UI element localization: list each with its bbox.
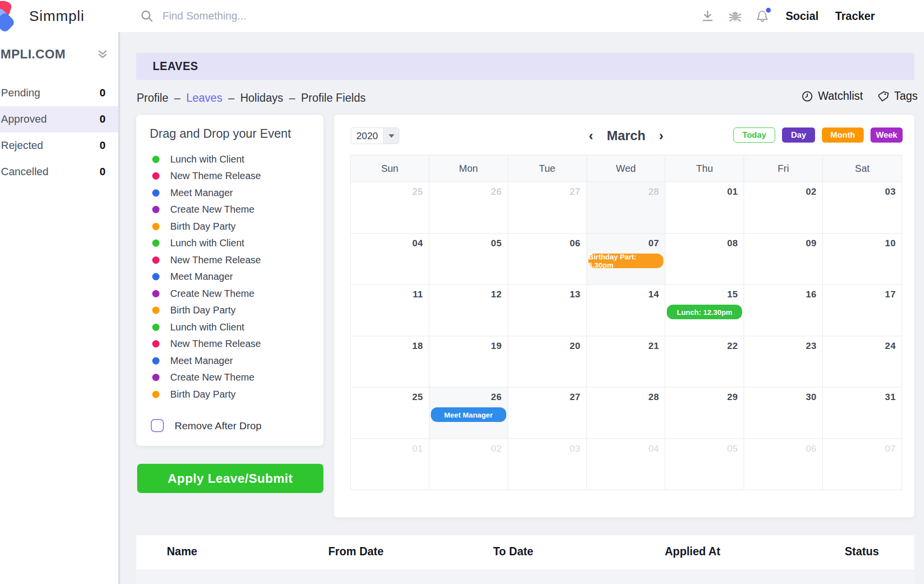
search-input[interactable] bbox=[162, 10, 323, 22]
sidebar-item-cancelled[interactable]: Cancelled0 bbox=[0, 159, 118, 185]
double-chevron-down-icon[interactable] bbox=[97, 49, 108, 60]
prev-month-button[interactable]: ‹ bbox=[589, 129, 593, 143]
day-number: 15 bbox=[727, 289, 738, 300]
sidebar-item-approved[interactable]: Approved0 bbox=[0, 106, 118, 132]
draggable-event[interactable]: Lunch with Client bbox=[152, 319, 314, 336]
day-number: 02 bbox=[806, 186, 817, 197]
year-select[interactable]: 2020 bbox=[351, 128, 399, 144]
event-panel: Drag and Drop your Event Lunch with Clie… bbox=[136, 115, 323, 446]
tags-button[interactable]: Tags bbox=[877, 90, 918, 103]
calendar-event[interactable]: Birthday Part: 5.30pm bbox=[588, 254, 664, 268]
breadcrumb-profile[interactable]: Profile bbox=[137, 91, 168, 105]
calendar-day-cell[interactable]: 03 bbox=[508, 438, 587, 490]
sidebar-item-pending[interactable]: Pending0 bbox=[0, 80, 118, 106]
event-label: New Theme Release bbox=[170, 255, 261, 266]
calendar-day-cell[interactable]: 05 bbox=[429, 233, 508, 285]
breadcrumb-profile-fields[interactable]: Profile Fields bbox=[301, 91, 366, 105]
calendar-day-cell[interactable]: 19 bbox=[429, 336, 508, 387]
draggable-event[interactable]: New Theme Release bbox=[152, 336, 314, 353]
sidebar-item-count: 0 bbox=[100, 139, 106, 152]
calendar-day-cell[interactable]: 01 bbox=[665, 182, 744, 233]
remove-after-drop-checkbox[interactable] bbox=[151, 419, 164, 432]
view-week-button[interactable]: Week bbox=[871, 128, 903, 143]
nav-tracker[interactable]: Tracker bbox=[835, 10, 875, 23]
view-month-button[interactable]: Month bbox=[822, 128, 864, 143]
calendar-day-cell[interactable]: 17 bbox=[823, 284, 902, 336]
calendar-day-cell[interactable]: 27 bbox=[508, 182, 587, 233]
calendar-day-cell[interactable]: 23 bbox=[744, 336, 823, 387]
calendar-day-cell[interactable]: 13 bbox=[508, 284, 587, 336]
top-header: Simmpli bbox=[0, 0, 924, 32]
calendar-day-cell[interactable]: 09 bbox=[744, 233, 823, 285]
calendar-day-cell[interactable]: 01 bbox=[351, 438, 429, 490]
calendar-day-cell[interactable]: 21 bbox=[587, 336, 666, 387]
breadcrumb-holidays[interactable]: Holidays bbox=[240, 91, 283, 105]
calendar-day-cell[interactable]: 05 bbox=[665, 438, 744, 490]
draggable-event[interactable]: New Theme Release bbox=[152, 168, 314, 185]
draggable-event[interactable]: Meet Manager bbox=[152, 269, 314, 286]
calendar-day-cell[interactable]: 06 bbox=[744, 438, 823, 490]
calendar-day-cell[interactable]: 25 bbox=[351, 387, 429, 438]
calendar-day-cell[interactable]: 29 bbox=[665, 387, 744, 438]
year-value: 2020 bbox=[351, 128, 383, 144]
calendar-day-cell[interactable]: 18 bbox=[351, 336, 429, 387]
calendar-day-cell[interactable]: 28 bbox=[587, 387, 666, 438]
bug-icon[interactable] bbox=[728, 9, 742, 23]
calendar-day-cell[interactable]: 03 bbox=[823, 182, 902, 233]
day-number: 07 bbox=[648, 238, 659, 249]
view-today-button[interactable]: Today bbox=[733, 128, 775, 143]
apply-leave-submit-button[interactable]: Apply Leave/Submit bbox=[137, 464, 323, 493]
day-number: 10 bbox=[885, 238, 896, 249]
draggable-event[interactable]: Create New Theme bbox=[152, 285, 314, 302]
calendar-day-cell[interactable]: 20 bbox=[508, 336, 587, 387]
calendar-day-cell[interactable]: 11 bbox=[351, 284, 429, 336]
calendar-day-cell[interactable]: 14 bbox=[587, 284, 666, 336]
draggable-event[interactable]: Birth Day Party bbox=[152, 386, 314, 403]
draggable-event[interactable]: Create New Theme bbox=[152, 201, 314, 219]
calendar-day-cell[interactable]: 08 bbox=[665, 233, 744, 285]
calendar-day-cell[interactable]: 24 bbox=[823, 336, 902, 387]
calendar-day-cell[interactable]: 07 bbox=[823, 438, 902, 490]
draggable-event[interactable]: Lunch with Client bbox=[152, 151, 314, 168]
download-icon[interactable] bbox=[701, 9, 714, 23]
draggable-event[interactable]: Birth Day Party bbox=[152, 218, 314, 235]
calendar-event[interactable]: Meet Manager bbox=[431, 407, 506, 422]
calendar-day-cell[interactable]: 27 bbox=[508, 387, 587, 438]
calendar-day-cell[interactable]: 25 bbox=[351, 182, 429, 233]
draggable-event[interactable]: Birth Day Party bbox=[152, 302, 314, 319]
dropdown-arrow-icon[interactable] bbox=[383, 128, 399, 144]
calendar-day-cell[interactable]: 04 bbox=[351, 233, 429, 285]
calendar-day-cell[interactable]: 26 bbox=[429, 182, 508, 233]
calendar-day-cell[interactable]: 12 bbox=[429, 284, 508, 336]
calendar-day-cell[interactable]: 28 bbox=[587, 182, 666, 233]
watchlist-button[interactable]: Watchlist bbox=[801, 90, 863, 103]
calendar-day-cell[interactable]: 07Birthday Part: 5.30pm bbox=[587, 233, 666, 285]
sidebar-item-rejected[interactable]: Rejected0 bbox=[0, 132, 118, 159]
calendar-event[interactable]: Lunch: 12.30pm bbox=[667, 305, 742, 319]
nav-social[interactable]: Social bbox=[785, 10, 818, 23]
next-month-button[interactable]: › bbox=[659, 129, 663, 143]
calendar-day-cell[interactable]: 15Lunch: 12.30pm bbox=[665, 284, 744, 336]
draggable-event[interactable]: New Theme Release bbox=[152, 252, 314, 269]
draggable-event[interactable]: Lunch with Client bbox=[152, 235, 314, 252]
draggable-event[interactable]: Create New Theme bbox=[152, 369, 314, 386]
calendar-day-cell[interactable]: 22 bbox=[665, 336, 744, 387]
calendar-day-cell[interactable]: 30 bbox=[744, 387, 823, 438]
notifications-bell-icon[interactable] bbox=[755, 9, 769, 23]
calendar-day-cell[interactable]: 26Meet Manager bbox=[429, 387, 508, 438]
leaves-table-header: NameFrom DateTo DateApplied AtStatus bbox=[136, 535, 914, 569]
org-selector[interactable]: MPLI.COM bbox=[0, 47, 118, 62]
calendar-day-cell[interactable]: 10 bbox=[823, 233, 902, 285]
day-number: 02 bbox=[491, 443, 502, 454]
calendar-day-cell[interactable]: 16 bbox=[744, 284, 823, 336]
calendar-day-cell[interactable]: 04 bbox=[587, 438, 666, 490]
calendar-day-cell[interactable]: 06 bbox=[508, 233, 587, 285]
draggable-event[interactable]: Meet Manager bbox=[152, 184, 314, 201]
draggable-event[interactable]: Meet Manager bbox=[152, 352, 314, 369]
calendar-day-cell[interactable]: 02 bbox=[744, 182, 823, 233]
view-day-button[interactable]: Day bbox=[782, 128, 815, 143]
app-logo: Simmpli bbox=[0, 0, 85, 32]
calendar-day-cell[interactable]: 31 bbox=[823, 387, 902, 438]
calendar-day-cell[interactable]: 02 bbox=[429, 438, 508, 490]
breadcrumb-leaves[interactable]: Leaves bbox=[186, 91, 222, 105]
